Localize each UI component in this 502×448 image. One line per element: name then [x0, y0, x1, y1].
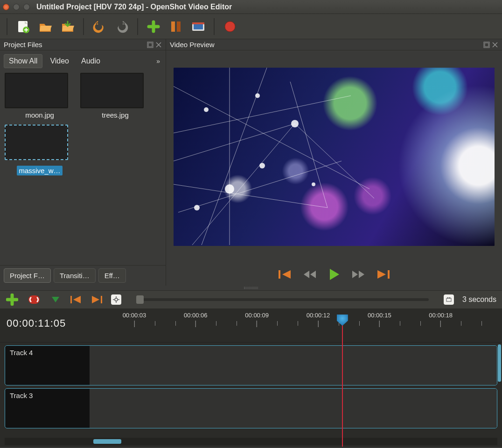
track-header[interactable]: Track 4 [5, 346, 90, 385]
horizontal-splitter[interactable] [0, 286, 502, 290]
new-project-button[interactable] [14, 18, 32, 35]
next-marker-button[interactable] [91, 294, 103, 305]
export-video-button[interactable] [221, 18, 239, 35]
add-track-button[interactable] [6, 293, 19, 306]
jump-start-button[interactable] [278, 266, 293, 282]
svg-rect-37 [447, 297, 448, 299]
project-file-item-selected[interactable]: massive_w… [5, 125, 75, 175]
timeline-ticks[interactable]: 00:00:0300:00:0600:00:0900:00:1200:00:15… [91, 309, 502, 342]
timeline-track[interactable]: Track 3 [5, 388, 497, 428]
zoom-indicator-icon[interactable] [444, 294, 454, 305]
redo-button[interactable] [113, 18, 131, 35]
track-body[interactable] [90, 389, 497, 428]
main-toolbar [0, 14, 502, 39]
window-title: Untitled Project [HDV 720 24p] - OpenSho… [36, 3, 232, 11]
project-files-list: moon.jpg trees.jpg massive_w… [0, 71, 166, 177]
playhead[interactable] [342, 324, 343, 447]
svg-rect-31 [388, 270, 390, 279]
svg-point-27 [312, 182, 315, 186]
project-files-filter-tabs: Show All Video Audio » [0, 50, 166, 71]
undo-button[interactable] [91, 18, 108, 35]
thumbnail-image [5, 73, 68, 108]
svg-rect-30 [279, 270, 280, 279]
project-file-item[interactable]: trees.jpg [80, 73, 150, 119]
project-files-header: Project Files [0, 39, 166, 50]
zoom-slider-knob[interactable] [136, 295, 144, 304]
svg-rect-6 [192, 22, 204, 24]
project-files-panel: Project Files Show All Video Audio » moo… [0, 39, 166, 286]
toolbar-separator [214, 18, 215, 35]
svg-line-19 [178, 161, 342, 212]
svg-point-26 [204, 107, 209, 112]
scrollbar-thumb[interactable] [93, 439, 121, 444]
svg-line-13 [174, 96, 351, 133]
thumbnail-label: trees.jpg [80, 111, 150, 119]
toolbar-separator [83, 18, 84, 35]
filter-more-icon[interactable]: » [156, 57, 162, 65]
thumbnail-label: massive_w… [17, 166, 62, 175]
zoom-label: 3 seconds [462, 295, 496, 304]
razor-tool-button[interactable] [49, 294, 62, 305]
previous-marker-button[interactable] [70, 294, 82, 305]
timeline-timecode: 00:00:11:05 [0, 309, 91, 342]
play-button[interactable] [326, 266, 342, 282]
svg-rect-5 [194, 24, 203, 29]
svg-rect-36 [446, 298, 451, 301]
ruler-tick: 00:00:12 [307, 312, 330, 327]
effects-tab[interactable]: Eff… [98, 268, 126, 283]
center-playhead-button[interactable] [111, 294, 121, 305]
undock-panel-icon[interactable] [147, 42, 153, 48]
preview-overlay-lines [174, 68, 495, 246]
fast-forward-button[interactable] [350, 266, 366, 282]
timeline-tracks: Track 4 Track 3 [0, 343, 502, 438]
import-files-button[interactable] [145, 18, 162, 35]
ruler-tick: 00:00:15 [368, 312, 391, 327]
svg-rect-10 [148, 43, 152, 47]
window-minimize-button[interactable] [13, 4, 20, 10]
rewind-button[interactable] [302, 266, 318, 282]
video-preview-title: Video Preview [170, 41, 215, 49]
ruler-tick: 00:00:18 [429, 312, 453, 327]
timeline-ruler[interactable]: 00:00:11:05 00:00:0300:00:0600:00:0900:0… [0, 309, 502, 343]
svg-line-17 [174, 86, 370, 189]
fullscreen-button[interactable] [189, 18, 207, 35]
toolbar-separator [137, 18, 138, 35]
choose-profile-button[interactable] [167, 18, 185, 35]
track-body[interactable] [90, 346, 497, 385]
thumbnail-image [5, 125, 68, 160]
save-project-button[interactable] [59, 18, 77, 35]
svg-rect-34 [101, 296, 102, 303]
svg-point-28 [194, 205, 200, 210]
track-header[interactable]: Track 3 [5, 389, 90, 428]
svg-point-35 [115, 298, 118, 301]
video-preview-panel: Video Preview [166, 39, 502, 286]
svg-rect-33 [70, 296, 72, 303]
close-panel-icon[interactable] [492, 42, 498, 48]
left-panel-tabs: Project F… Transiti… Eff… [0, 265, 166, 286]
svg-line-14 [174, 184, 328, 208]
window-close-button[interactable] [3, 4, 9, 10]
toolbar-separator [7, 18, 7, 35]
svg-rect-12 [485, 43, 488, 47]
transitions-tab[interactable]: Transiti… [54, 268, 96, 283]
svg-point-25 [259, 163, 265, 168]
jump-end-button[interactable] [375, 266, 390, 282]
filter-video-tab[interactable]: Video [45, 55, 74, 68]
project-file-item[interactable]: moon.jpg [5, 73, 75, 119]
horizontal-scrollbar[interactable] [5, 438, 497, 445]
timeline-track[interactable]: Track 4 [5, 345, 497, 385]
project-files-title: Project Files [4, 41, 42, 49]
undock-panel-icon[interactable] [483, 42, 490, 48]
svg-point-24 [225, 184, 234, 194]
filter-show-all-tab[interactable]: Show All [4, 54, 42, 68]
vertical-scrollbar[interactable] [498, 344, 501, 382]
snapping-button[interactable] [27, 294, 41, 306]
window-maximize-button[interactable] [23, 4, 30, 10]
filter-audio-tab[interactable]: Audio [77, 55, 105, 68]
project-files-tab[interactable]: Project F… [4, 268, 51, 283]
open-project-button[interactable] [36, 18, 54, 35]
close-panel-icon[interactable] [155, 42, 162, 48]
zoom-slider[interactable] [136, 298, 429, 301]
playback-controls [166, 263, 502, 286]
timeline: 00:00:11:05 00:00:0300:00:0600:00:0900:0… [0, 309, 502, 447]
